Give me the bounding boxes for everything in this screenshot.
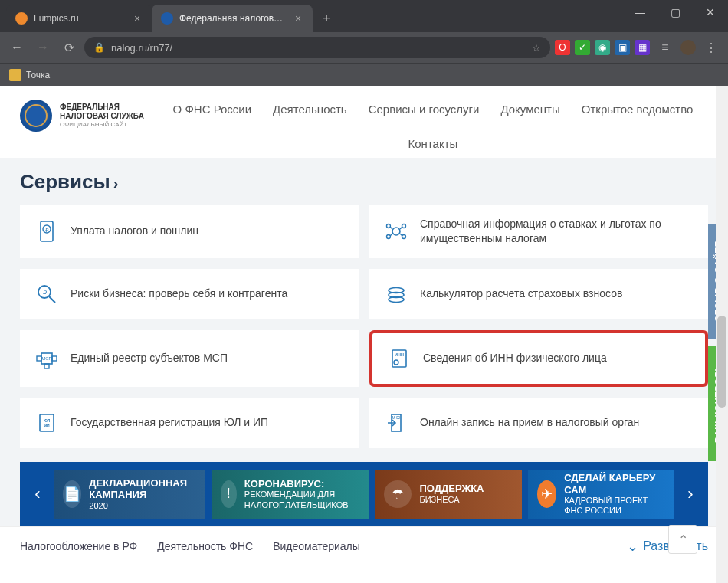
banner-support[interactable]: ☂ ПОДДЕРЖКАБИЗНЕСА [375, 470, 521, 519]
banner-text: КОРОНАВИРУС:РЕКОМЕНДАЦИИ ДЛЯ НАЛОГОПЛАТЕ… [244, 478, 360, 510]
favicon-icon [161, 12, 173, 25]
svg-rect-21 [44, 364, 49, 368]
banner-declaration[interactable]: 📄 ДЕКЛАРАЦИОННАЯ КАМПАНИЯ2020 [54, 470, 205, 519]
card-calculator[interactable]: Калькулятор расчета страховых взносов [369, 269, 708, 319]
maximize-button[interactable]: ▢ [657, 0, 693, 25]
card-rate-info[interactable]: Справочная информация о ставках и льгота… [369, 205, 708, 258]
new-tab-button[interactable]: + [316, 8, 337, 29]
nav-documents[interactable]: Документы [500, 103, 559, 116]
minimize-button[interactable]: — [622, 0, 657, 25]
reload-button[interactable]: ⟳ [58, 37, 80, 58]
browser-titlebar: Lumpics.ru × Федеральная налоговая служб… [0, 0, 728, 32]
footer: Налогообложение в РФ Деятельность ФНС Ви… [0, 526, 728, 565]
svg-line-10 [390, 234, 392, 236]
back-button[interactable]: ← [6, 37, 28, 58]
card-label: Единый реестр субъектов МСП [71, 351, 228, 365]
main-nav: О ФНС России Деятельность Сервисы и госу… [158, 100, 708, 150]
svg-point-6 [387, 234, 391, 238]
nav-contacts[interactable]: Контакты [408, 137, 458, 150]
section-title[interactable]: Сервисы› [20, 170, 708, 194]
svg-line-11 [400, 234, 402, 236]
vertical-scrollbar[interactable] [716, 86, 728, 583]
site-logo[interactable]: ФЕДЕРАЛЬНАЯ НАЛОГОВАЯ СЛУЖБА ОФИЦИАЛЬНЫЙ… [20, 100, 144, 132]
svg-rect-26 [40, 414, 54, 431]
door-icon: М-02 [383, 410, 409, 436]
url-input[interactable]: 🔒 nalog.ru/rn77/ ☆ [84, 37, 550, 58]
inn-doc-icon: ИНН [386, 346, 412, 372]
ext-icon[interactable]: O [555, 40, 570, 55]
card-registration[interactable]: ЮЛИП Государственная регистрация ЮЛ и ИП [20, 398, 359, 448]
chevron-right-icon: › [113, 175, 119, 192]
star-icon[interactable]: ☆ [532, 42, 541, 54]
banner-covid[interactable]: ! КОРОНАВИРУС:РЕКОМЕНДАЦИИ ДЛЯ НАЛОГОПЛА… [212, 470, 369, 519]
card-label: Риски бизнеса: проверь себя и контрагент… [71, 287, 287, 301]
ext-icon[interactable]: ▣ [615, 40, 630, 55]
card-online-appointment[interactable]: М-02 Онлайн запись на прием в налоговый … [369, 398, 708, 448]
tab-strip: Lumpics.ru × Федеральная налоговая служб… [6, 5, 340, 32]
nav-open[interactable]: Открытое ведомство [582, 103, 694, 116]
card-label: Уплата налогов и пошлин [71, 224, 198, 238]
banner-career[interactable]: ✈ СДЕЛАЙ КАРЬЕРУ САМКАДРОВЫЙ ПРОЕКТ ФНС … [528, 470, 674, 519]
scroll-top-button[interactable]: ⌃ [668, 525, 697, 554]
logo-emblem-icon [20, 100, 52, 132]
card-msp-registry[interactable]: МСП Единый реестр субъектов МСП [20, 330, 359, 387]
msp-icon: МСП [34, 346, 60, 372]
nav-about[interactable]: О ФНС России [173, 103, 252, 116]
close-icon[interactable]: × [132, 13, 143, 24]
carousel-prev-button[interactable]: ‹ [28, 470, 48, 519]
svg-point-3 [392, 228, 400, 235]
window-controls: — ▢ ✕ [622, 0, 728, 25]
svg-point-5 [402, 224, 406, 228]
card-label: Онлайн запись на прием в налоговый орган [420, 415, 639, 430]
tab-nalog[interactable]: Федеральная налоговая служба × [152, 5, 313, 32]
svg-rect-20 [52, 356, 57, 361]
magnify-icon: ₽ [34, 281, 60, 307]
svg-point-25 [394, 360, 398, 365]
avatar-icon[interactable] [680, 40, 696, 55]
banner-text: СДЕЛАЙ КАРЬЕРУ САМКАДРОВЫЙ ПРОЕКТ ФНС РО… [564, 472, 665, 516]
close-window-button[interactable]: ✕ [693, 0, 728, 25]
tab-lumpics[interactable]: Lumpics.ru × [6, 5, 152, 32]
ext-icon[interactable]: ◉ [595, 40, 610, 55]
close-icon[interactable]: × [293, 13, 303, 24]
banner-text: ДЕКЛАРАЦИОННАЯ КАМПАНИЯ2020 [89, 477, 195, 511]
nav-services[interactable]: Сервисы и госуслуги [369, 103, 480, 116]
svg-point-7 [402, 234, 406, 238]
services-grid: ₽ Уплата налогов и пошлин Справочная инф… [20, 205, 708, 448]
svg-text:₽: ₽ [45, 227, 49, 232]
card-business-risks[interactable]: ₽ Риски бизнеса: проверь себя и контраге… [20, 269, 359, 319]
card-label: Справочная информация о ставках и льгота… [420, 217, 694, 246]
svg-text:ЮЛ: ЮЛ [44, 418, 51, 423]
ext-icon[interactable]: ▦ [635, 40, 650, 55]
menu-button[interactable]: ⋮ [700, 37, 722, 58]
phone-ruble-icon: ₽ [34, 218, 60, 244]
umbrella-icon: ☂ [384, 480, 412, 508]
rocket-icon: ✈ [537, 480, 556, 508]
address-bar: ← → ⟳ 🔒 nalog.ru/rn77/ ☆ O ✓ ◉ ▣ ▦ ≡ ⋮ [0, 32, 728, 63]
svg-line-8 [390, 227, 392, 229]
info-network-icon [383, 218, 409, 244]
scrollbar-thumb[interactable] [717, 316, 726, 408]
svg-text:МСП: МСП [41, 356, 52, 361]
bookmark-item[interactable]: Точка [9, 69, 50, 81]
ext-icon[interactable]: ✓ [575, 40, 590, 55]
card-pay-taxes[interactable]: ₽ Уплата налогов и пошлин [20, 205, 359, 258]
carousel-next-button[interactable]: › [680, 470, 700, 519]
reading-list-icon[interactable]: ≡ [654, 37, 676, 58]
folder-icon [9, 69, 21, 81]
nav-activity[interactable]: Деятельность [273, 103, 347, 116]
card-label: Калькулятор расчета страховых взносов [420, 287, 622, 301]
chevron-down-icon: ⌄ [627, 538, 638, 555]
lock-icon: 🔒 [93, 42, 105, 53]
card-label: Сведения об ИНН физического лица [423, 351, 607, 365]
footer-link-video[interactable]: Видеоматериалы [273, 540, 360, 552]
footer-link-tax[interactable]: Налогообложение в РФ [20, 540, 137, 552]
reg-doc-icon: ЮЛИП [34, 410, 60, 436]
svg-text:ИП: ИП [44, 424, 50, 428]
page-content: ФЕДЕРАЛЬНАЯ НАЛОГОВАЯ СЛУЖБА ОФИЦИАЛЬНЫЙ… [0, 86, 728, 583]
forward-button[interactable]: → [32, 37, 54, 58]
footer-link-activity[interactable]: Деятельность ФНС [157, 540, 253, 552]
url-text: nalog.ru/rn77/ [111, 42, 172, 54]
document-icon: 📄 [63, 480, 81, 508]
card-inn-info[interactable]: ИНН Сведения об ИНН физического лица [369, 330, 708, 387]
